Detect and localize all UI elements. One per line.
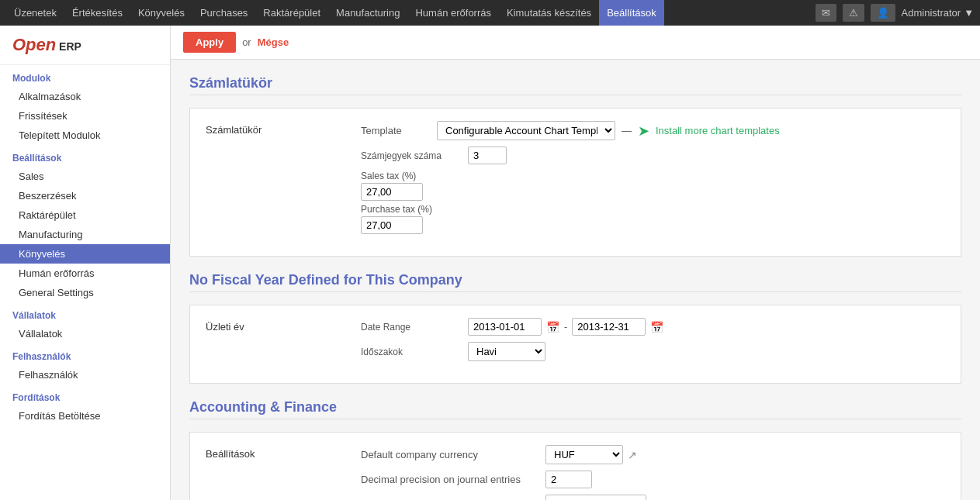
nav-kimutatas[interactable]: Kimutatás készítés	[499, 0, 599, 26]
date-to-input[interactable]	[572, 318, 646, 336]
nav-purchases[interactable]: Purchases	[192, 0, 255, 26]
nav-raktarepulet[interactable]: Raktárépület	[255, 0, 328, 26]
date-range-label: Date Range	[361, 322, 462, 333]
apply-button[interactable]: Apply	[183, 32, 236, 53]
nav-uzenetek[interactable]: Üzenetek	[6, 0, 64, 26]
top-navigation: Üzenetek Értékesítés Könyvelés Purchases…	[0, 0, 980, 26]
date-from-input[interactable]	[468, 318, 542, 336]
nav-konyvelés[interactable]: Könyvelés	[130, 0, 192, 26]
nav-beallitasok[interactable]: Beállítások	[599, 0, 664, 26]
uzleti-ev-row: Üzleti év Date Range 📅 - 📅	[206, 318, 945, 361]
sidebar-item-alkalmazasok[interactable]: Alkalmazások	[0, 87, 170, 106]
sidebar-item-sales[interactable]: Sales	[0, 167, 170, 186]
szamjegyek-input[interactable]	[468, 147, 507, 164]
dash-separator: —	[622, 125, 632, 136]
idoszakok-label: Időszakok	[361, 347, 462, 357]
currency-row: Default company currency HUF ↗	[361, 445, 945, 464]
szamlatukor-value: Template Configurable Account Chart Temp…	[361, 121, 945, 234]
fiscal-year-section: Üzleti év Date Range 📅 - 📅	[189, 305, 961, 384]
szamlatukor-section: Számlatükör Template Configurable Accoun…	[189, 108, 961, 257]
top-nav-right: ✉ ⚠ 👤 Administrator ▼	[816, 4, 974, 22]
alert-icon-btn[interactable]: ⚠	[843, 4, 864, 22]
arrow-right-icon: ➤	[638, 122, 649, 140]
decimal-precision-input[interactable]	[545, 471, 592, 488]
date-range-inputs: 📅 - 📅	[468, 318, 663, 336]
currency-select[interactable]: HUF	[545, 445, 623, 464]
idoszakok-select[interactable]: Havi	[468, 342, 545, 361]
beallitasok-label: Beállítások	[206, 445, 361, 460]
calendar-from-icon[interactable]: 📅	[546, 321, 559, 333]
sales-tax-group: Sales tax (%)	[361, 171, 945, 201]
user-icon-btn[interactable]: 👤	[871, 4, 895, 22]
sidebar-section-felhasznalok: Felhasználók	[0, 343, 170, 365]
sidebar-section-forditasok: Fordítások	[0, 384, 170, 406]
toolbar-or: or	[242, 36, 251, 48]
admin-dropdown-btn[interactable]: Administrator ▼	[902, 7, 974, 19]
decimal-precision-label: Decimal precision on journal entries	[361, 474, 539, 485]
purchase-tax-label: Purchase tax (%)	[361, 204, 945, 215]
template-row: Template Configurable Account Chart Temp…	[361, 121, 945, 140]
sidebar-item-general[interactable]: General Settings	[0, 283, 170, 302]
szamjegyek-row: Számjegyek száma	[361, 147, 945, 164]
main-content: Apply or Mégse Számlatükör Számlatükör T…	[171, 26, 980, 500]
accounting-section: Beállítások Default company currency HUF…	[189, 432, 961, 500]
external-link-icon[interactable]: ↗	[628, 449, 637, 461]
template-label: Template	[361, 125, 431, 136]
logo: Open ERP	[12, 35, 81, 54]
uzleti-ev-label: Üzleti év	[206, 318, 361, 333]
szamlatukor-label: Számlatükör	[206, 121, 361, 136]
sidebar-item-frissitesek[interactable]: Frissítések	[0, 106, 170, 126]
purchase-tax-group: Purchase tax (%)	[361, 204, 945, 234]
idoszakok-row: Időszakok Havi	[361, 342, 945, 361]
date-range-row: Date Range 📅 - 📅	[361, 318, 945, 336]
content-area: Számlatükör Számlatükör Template Configu…	[171, 60, 980, 500]
szamjegyek-label: Számjegyek száma	[361, 150, 462, 161]
sidebar-section-modulok: Modulok	[0, 65, 170, 87]
sidebar-item-felhasznalok[interactable]: Felhasználók	[0, 365, 170, 384]
currency-label: Default company currency	[361, 449, 539, 460]
template-select[interactable]: Configurable Account Chart Template	[437, 121, 615, 140]
beallitasok-value: Default company currency HUF ↗ Decimal p…	[361, 445, 945, 500]
purchase-tax-input[interactable]	[361, 216, 423, 234]
chevron-down-icon: ▼	[964, 7, 974, 19]
decimal-precision-row: Decimal precision on journal entries	[361, 471, 945, 488]
accounting-beallitasok-row: Beállítások Default company currency HUF…	[206, 445, 945, 500]
cancel-button[interactable]: Mégse	[258, 36, 289, 48]
mail-icon-btn[interactable]: ✉	[816, 4, 836, 22]
section2-title: No Fiscal Year Defined for This Company	[189, 272, 961, 292]
sidebar-item-vallalatok[interactable]: Vállalatok	[0, 324, 170, 343]
calendar-to-icon[interactable]: 📅	[650, 321, 663, 333]
uzleti-ev-value: Date Range 📅 - 📅 Időszakok	[361, 318, 945, 361]
szamlatukor-row: Számlatükör Template Configurable Accoun…	[206, 121, 945, 234]
section3-title: Accounting & Finance	[189, 399, 961, 419]
sales-tax-input[interactable]	[361, 183, 423, 201]
sidebar-item-manufacturing[interactable]: Manufacturing	[0, 225, 170, 244]
section1-title: Számlatükör	[189, 75, 961, 95]
tax-rounding-row: Tax calculation rounding method Round pe…	[361, 495, 945, 500]
nav-human[interactable]: Humán erőforrás	[407, 0, 499, 26]
currency-select-row: HUF ↗	[545, 445, 637, 464]
sidebar-item-human[interactable]: Humán erőforrás	[0, 264, 170, 283]
sidebar-item-forditas-betoltese[interactable]: Fordítás Betöltése	[0, 406, 170, 426]
install-chart-templates-link[interactable]: Install more chart templates	[656, 125, 780, 136]
sidebar-section-beallitasok: Beállítások	[0, 145, 170, 167]
sidebar-item-beszerzesek[interactable]: Beszerzések	[0, 186, 170, 205]
tax-rounding-select[interactable]: Round per line Round globally	[545, 495, 646, 500]
sidebar-item-konyvelés[interactable]: Könyvelés	[0, 244, 170, 264]
main-layout: Open ERP Modulok Alkalmazások Frissítése…	[0, 26, 980, 500]
sidebar-section-vallalatok: Vállalatok	[0, 302, 170, 324]
nav-ertekesites[interactable]: Értékesítés	[64, 0, 130, 26]
toolbar: Apply or Mégse	[171, 26, 980, 60]
sidebar: Open ERP Modulok Alkalmazások Frissítése…	[0, 26, 171, 500]
sales-tax-label: Sales tax (%)	[361, 171, 945, 181]
nav-manufacturing[interactable]: Manufacturing	[328, 0, 407, 26]
logo-area: Open ERP	[0, 26, 170, 65]
sidebar-item-raktarepulet[interactable]: Raktárépület	[0, 205, 170, 225]
sidebar-item-telepitett[interactable]: Telepített Modulok	[0, 126, 170, 145]
